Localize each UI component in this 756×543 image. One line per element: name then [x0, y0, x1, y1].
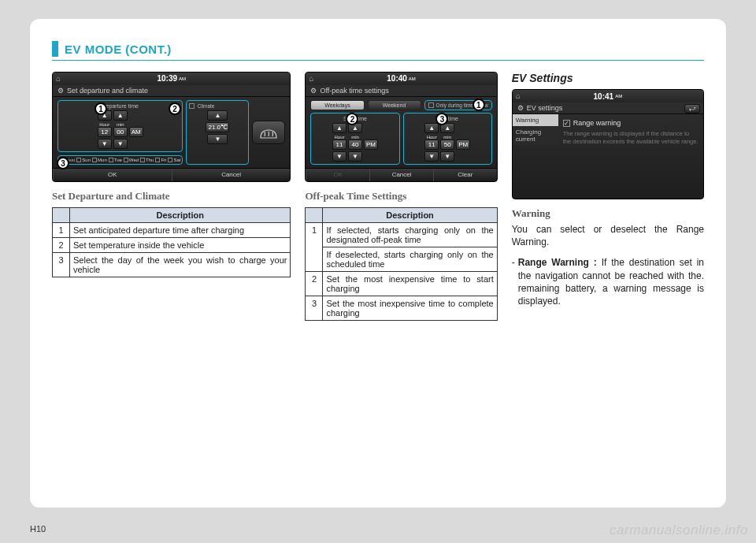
departure-time-panel: Departure time ▲ ▲ Hour 12 [57, 100, 183, 152]
table-2: Description 1If selected, starts chargin… [305, 207, 497, 321]
screen-title-row: ⚙ Set departure and climate [53, 85, 290, 97]
gear-icon: ⚙ [517, 104, 524, 112]
day-wed[interactable]: Wed [124, 158, 139, 162]
hour-col-label: Hour [99, 122, 109, 127]
screenshot-departure-climate: ⌂ 10:39 AM ⚙ Set departure and climate D… [52, 72, 291, 182]
screen-body: Weekdays Weekend Only during time below [306, 97, 496, 168]
callout-2: 2 [169, 102, 181, 115]
screen-title-text: EV settings [527, 104, 563, 112]
settings-sidebar: Warning Charging current [513, 114, 558, 199]
table-header: Description [323, 208, 497, 223]
eh-up[interactable]: ▲ [424, 123, 439, 133]
hour-down[interactable]: ▼ [98, 139, 112, 149]
table-row: If deselected, starts charging only on t… [306, 247, 497, 272]
repeat-days-panel: Repeat Sun Mon Tue Wed Thu Fri Sat [57, 155, 183, 165]
ampm-toggle[interactable]: AM [129, 127, 143, 137]
temp-value: 21.0℃ [206, 122, 229, 132]
bottom-buttons: OK Cancel [53, 168, 290, 181]
screen-title-row: ⚙ EV settings [513, 102, 703, 114]
caption-2: Off-peak Time Settings [305, 190, 497, 203]
range-warning-bullet: - Range Warning : If the destination set… [512, 256, 704, 307]
caption-1: Set Departure and Climate [52, 190, 291, 203]
table-header: Description [70, 208, 291, 223]
min-value: 00 [113, 127, 128, 137]
end-ampm[interactable]: PM [456, 139, 470, 150]
start-ampm[interactable]: PM [364, 139, 378, 150]
bottom-buttons: OK Cancel Clear [306, 168, 496, 181]
day-mon[interactable]: Mon [92, 158, 107, 162]
home-icon: ⌂ [56, 74, 61, 83]
screen-title-row: ⚙ Off-peak time settings [306, 85, 496, 97]
temp-down[interactable]: ▼ [207, 134, 228, 144]
watermark: carmanualsonline.info [610, 523, 748, 538]
day-sat[interactable]: Sat [168, 158, 180, 162]
defrost-icon [259, 125, 278, 139]
gear-icon: ⚙ [57, 87, 64, 95]
sm-down[interactable]: ▼ [348, 151, 362, 162]
warning-subtitle: Warning [512, 207, 704, 220]
divider [52, 60, 704, 61]
clock-ampm: AM [409, 76, 416, 81]
clear-button[interactable]: Clear [433, 169, 497, 181]
screenshot-2-wrap: ⌂ 10:40 AM ⚙ Off-peak time settings Week… [305, 72, 497, 182]
sidebar-tab-charging[interactable]: Charging current [513, 126, 558, 145]
content-columns: ⌂ 10:39 AM ⚙ Set departure and climate D… [52, 72, 704, 321]
screen-title-text: Off-peak time settings [320, 87, 388, 95]
header-accent [52, 41, 58, 57]
ok-button[interactable]: OK [53, 169, 172, 181]
home-icon: ⌂ [309, 74, 313, 83]
section-title: EV MODE (CONT.) [65, 43, 172, 56]
table-row: 1Set anticipated departure time after ch… [53, 223, 291, 238]
range-warning-checkbox[interactable]: ✓ Range warning [563, 119, 699, 127]
day-tue[interactable]: Tue [109, 158, 122, 162]
back-button[interactable]: ⮐ [684, 104, 700, 113]
screenshot-ev-settings: ⌂ 10:41 AM ⚙ EV settings ⮐ Warning Charg… [512, 89, 704, 199]
warning-body: You can select or deselect the Range War… [512, 223, 704, 248]
cancel-button[interactable]: Cancel [369, 169, 433, 181]
range-warning-label: Range warning [573, 119, 621, 127]
callout-1: 1 [472, 99, 485, 111]
min-down[interactable]: ▼ [113, 139, 128, 149]
bullet-dash: - [512, 256, 515, 307]
sh-up[interactable]: ▲ [332, 123, 346, 133]
temp-up[interactable]: ▲ [207, 110, 228, 121]
day-fri[interactable]: Fri [155, 158, 166, 162]
day-thu[interactable]: Thu [140, 158, 154, 162]
tab-weekdays[interactable]: Weekdays [310, 100, 364, 110]
screenshot-1-wrap: ⌂ 10:39 AM ⚙ Set departure and climate D… [52, 72, 291, 182]
screen-title-text: Set departure and climate [67, 87, 148, 95]
gear-icon: ⚙ [310, 87, 317, 95]
end-hour: 11 [424, 139, 439, 150]
day-sun[interactable]: Sun [76, 158, 91, 162]
departure-label: Departure time [61, 103, 180, 109]
climate-checkbox[interactable]: Climate [189, 103, 246, 109]
status-bar: ⌂ 10:40 AM [306, 73, 496, 85]
column-2: ⌂ 10:40 AM ⚙ Off-peak time settings Week… [305, 72, 497, 321]
ok-button[interactable]: OK [306, 169, 369, 181]
table-row: 3Select the day of the week you wish to … [53, 253, 291, 277]
table-row: 3Set the most inexpensive time to comple… [306, 296, 497, 321]
climate-panel: Climate ▲ 21.0℃ ▼ [186, 100, 249, 165]
cancel-button[interactable]: Cancel [172, 169, 291, 181]
clock-time: 10:40 [387, 74, 407, 83]
screenshot-offpeak: ⌂ 10:40 AM ⚙ Off-peak time settings Week… [305, 72, 497, 182]
manual-page: EV MODE (CONT.) ⌂ 10:39 AM ⚙ Set departu… [30, 19, 726, 508]
min-up[interactable]: ▲ [113, 110, 128, 121]
hour-value: 12 [98, 127, 112, 137]
sidebar-tab-warning[interactable]: Warning [513, 114, 558, 126]
section-header: EV MODE (CONT.) [52, 41, 704, 57]
end-min: 50 [440, 139, 454, 150]
status-bar: ⌂ 10:41 AM [513, 90, 703, 102]
clock-ampm: AM [179, 76, 186, 81]
sh-down[interactable]: ▼ [332, 151, 346, 162]
table-row: 2Set the most inexpensive time to start … [306, 272, 497, 296]
tab-weekend[interactable]: Weekend [368, 100, 421, 110]
bullet-lead: Range Warning : [518, 257, 597, 268]
defrost-button[interactable] [252, 121, 285, 144]
eh-down[interactable]: ▼ [424, 151, 439, 162]
em-down[interactable]: ▼ [440, 151, 454, 162]
callout-1: 1 [94, 102, 107, 115]
status-bar: ⌂ 10:39 AM [53, 73, 290, 85]
callout-3: 3 [57, 157, 69, 169]
column-1: ⌂ 10:39 AM ⚙ Set departure and climate D… [52, 72, 291, 321]
